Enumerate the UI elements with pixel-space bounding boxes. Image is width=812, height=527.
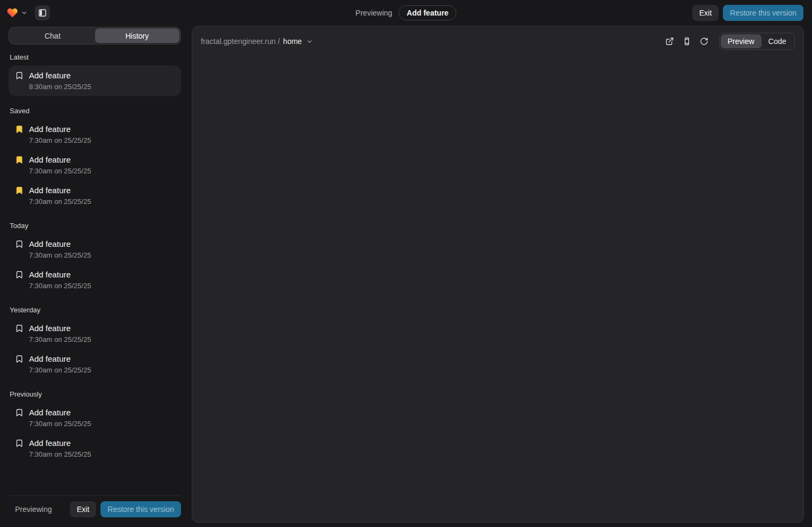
preview-header-actions: Preview Code — [659, 33, 795, 50]
footer-exit-button[interactable]: Exit — [70, 501, 96, 517]
section-title: Today — [10, 222, 180, 230]
open-in-new-tab-icon[interactable] — [663, 35, 676, 48]
history-item-title: Add feature — [29, 155, 71, 164]
footer-previewing-label: Previewing — [15, 505, 52, 514]
url-page: home — [283, 37, 302, 46]
history-item-timestamp: 7:30am on 25/25/25 — [29, 420, 175, 428]
history-item-title: Add feature — [29, 354, 71, 363]
history-sidebar: Chat History Latest Add feature 8:30am o… — [9, 27, 181, 519]
history-item-title: Add feature — [29, 125, 71, 134]
bookmark-filled-icon — [15, 125, 24, 134]
topbar-left — [6, 5, 50, 20]
bookmark-outline-icon — [15, 324, 24, 333]
history-item-title: Add feature — [29, 408, 71, 417]
history-section: Yesterday Add feature 7:30am on 25/25/25… — [9, 306, 181, 379]
preview-header: fractal.gptengineer.run / home — [192, 26, 803, 55]
topbar-center: Previewing Add feature — [356, 0, 456, 26]
history-item-timestamp: 7:30am on 25/25/25 — [29, 366, 175, 374]
history-item[interactable]: Add feature 7:30am on 25/25/25 — [9, 180, 181, 211]
restore-version-button[interactable]: Restore this version — [723, 5, 803, 21]
history-item-timestamp: 7:30am on 25/25/25 — [29, 335, 175, 343]
tab-history[interactable]: History — [95, 28, 180, 43]
section-items: Add feature 7:30am on 25/25/25 Add featu… — [9, 119, 181, 211]
preview-panel: fractal.gptengineer.run / home — [192, 26, 804, 523]
toggle-preview-button[interactable]: Preview — [721, 34, 762, 48]
history-item-title: Add feature — [29, 186, 71, 195]
topbar: Previewing Add feature Exit Restore this… — [0, 0, 812, 26]
preview-viewport[interactable] — [192, 55, 803, 522]
history-item[interactable]: Add feature 7:30am on 25/25/25 — [9, 433, 181, 464]
history-item-timestamp: 7:30am on 25/25/25 — [29, 450, 175, 458]
history-item-timestamp: 7:30am on 25/25/25 — [29, 197, 175, 206]
bookmark-filled-icon — [15, 186, 24, 195]
sidebar-tab-group: Chat History — [9, 27, 181, 45]
chevron-down-icon — [306, 38, 313, 45]
bookmark-outline-icon — [15, 408, 24, 417]
sidebar-footer: Previewing Exit Restore this version — [9, 495, 181, 519]
bookmark-filled-icon — [15, 156, 24, 164]
bookmark-outline-icon — [15, 71, 24, 80]
tab-chat[interactable]: Chat — [10, 28, 95, 43]
history-section: Today Add feature 7:30am on 25/25/25 Add… — [9, 222, 181, 295]
history-section: Saved Add feature 7:30am on 25/25/25 Add… — [9, 107, 181, 211]
section-items: Add feature 8:30am on 25/25/25 — [9, 65, 181, 96]
history-item-timestamp: 7:30am on 25/25/25 — [29, 282, 175, 290]
history-item[interactable]: Add feature 7:30am on 25/25/25 — [9, 318, 181, 349]
history-item[interactable]: Add feature 8:30am on 25/25/25 — [9, 65, 181, 96]
history-item[interactable]: Add feature 7:30am on 25/25/25 — [9, 234, 181, 265]
panel-left-icon — [38, 9, 47, 17]
history-item[interactable]: Add feature 7:30am on 25/25/25 — [9, 402, 181, 433]
history-item-title: Add feature — [29, 324, 71, 333]
lovable-heart-logo[interactable] — [6, 7, 18, 19]
bookmark-outline-icon — [15, 439, 24, 448]
history-item-title: Add feature — [29, 438, 71, 448]
history-item[interactable]: Add feature 7:30am on 25/25/25 — [9, 119, 181, 150]
history-list: Latest Add feature 8:30am on 25/25/25 Sa… — [9, 53, 181, 492]
section-items: Add feature 7:30am on 25/25/25 Add featu… — [9, 234, 181, 295]
history-item[interactable]: Add feature 7:30am on 25/25/25 — [9, 349, 181, 379]
section-title: Latest — [10, 53, 180, 61]
version-pill-button[interactable]: Add feature — [398, 5, 456, 20]
view-toggle: Preview Code — [719, 33, 795, 50]
history-item[interactable]: Add feature 7:30am on 25/25/25 — [9, 150, 181, 180]
history-section: Previously Add feature 7:30am on 25/25/2… — [9, 390, 181, 464]
history-item-timestamp: 7:30am on 25/25/25 — [29, 167, 175, 175]
chevron-down-icon[interactable] — [21, 10, 27, 16]
bookmark-outline-icon — [15, 355, 24, 363]
bookmark-outline-icon — [15, 240, 24, 248]
history-section: Latest Add feature 8:30am on 25/25/25 — [9, 53, 181, 96]
history-item-title: Add feature — [29, 270, 71, 279]
previewing-status-label: Previewing — [356, 9, 392, 17]
toggle-code-button[interactable]: Code — [762, 34, 793, 48]
history-item-timestamp: 7:30am on 25/25/25 — [29, 251, 175, 259]
sidebar-toggle-button[interactable] — [35, 5, 50, 20]
history-item-title: Add feature — [29, 71, 71, 80]
topbar-right: Exit Restore this version — [692, 5, 803, 21]
url-prefix: fractal.gptengineer.run / — [201, 37, 280, 46]
bookmark-outline-icon — [15, 270, 24, 279]
section-items: Add feature 7:30am on 25/25/25 Add featu… — [9, 402, 181, 464]
refresh-icon[interactable] — [698, 35, 711, 48]
mobile-view-icon[interactable] — [680, 35, 693, 48]
exit-button[interactable]: Exit — [692, 5, 719, 21]
section-items: Add feature 7:30am on 25/25/25 Add featu… — [9, 318, 181, 379]
footer-restore-version-button[interactable]: Restore this version — [100, 501, 181, 517]
section-title: Previously — [10, 390, 180, 398]
history-item-timestamp: 8:30am on 25/25/25 — [29, 83, 175, 91]
history-item[interactable]: Add feature 7:30am on 25/25/25 — [9, 265, 181, 295]
history-item-timestamp: 7:30am on 25/25/25 — [29, 136, 175, 144]
history-item-title: Add feature — [29, 239, 71, 248]
section-title: Yesterday — [10, 306, 180, 314]
preview-url-bar[interactable]: fractal.gptengineer.run / home — [201, 37, 313, 46]
section-title: Saved — [10, 107, 180, 115]
